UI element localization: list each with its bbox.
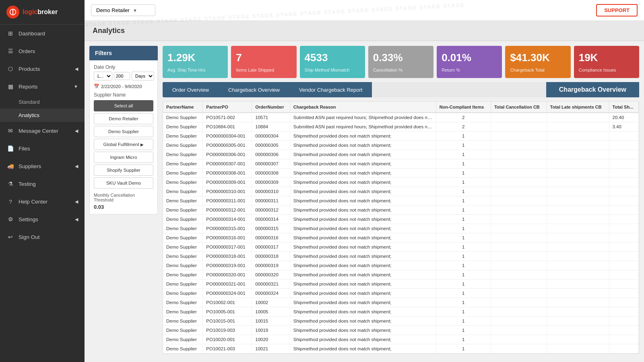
- logo[interactable]: logicbroker: [0, 0, 85, 25]
- truck-icon: 🚚: [6, 162, 14, 170]
- table-row[interactable]: Demo Supplier PO000000318-001 000000318 …: [163, 252, 639, 261]
- sidebar-item-dashboard[interactable]: ⊞ Dashboard: [0, 25, 85, 42]
- cell-non-compliant: 1: [436, 187, 491, 196]
- sidebar-item-reports[interactable]: ▦ Reports ▼: [0, 78, 85, 95]
- table-row[interactable]: Demo Supplier PO10002-001 10002 Shipmeth…: [163, 298, 639, 307]
- table-row[interactable]: Demo Supplier PO000000315-001 000000315 …: [163, 224, 639, 233]
- sidebar-item-sign-out[interactable]: ↩ Sign Out: [0, 228, 85, 246]
- supplier-shopify-button[interactable]: Shopify Supplier: [94, 165, 153, 176]
- filter-range-select[interactable]: L...: [94, 72, 112, 80]
- days-input[interactable]: [114, 72, 130, 80]
- cell-non-compliant: 1: [436, 178, 491, 187]
- table-row[interactable]: Demo Supplier PO000000324-001 000000324 …: [163, 289, 639, 298]
- table-row[interactable]: Demo Supplier PO000000305-001 000000305 …: [163, 141, 639, 150]
- chevron-down-icon: ▼: [133, 8, 137, 13]
- cell-cancel-cb: [491, 196, 547, 206]
- table-row[interactable]: Demo Supplier PO10019-003 10019 Shipmeth…: [163, 326, 639, 335]
- cell-cancel-cb: [491, 280, 547, 289]
- kpi-compliance: 19K Compliance Issues: [574, 46, 639, 78]
- table-row[interactable]: Demo Supplier PO000000310-001 000000310 …: [163, 187, 639, 196]
- table-row[interactable]: Demo Supplier PO10015-001 10015 Shipmeth…: [163, 317, 639, 326]
- days-unit-select[interactable]: Days: [132, 72, 154, 80]
- retailer-selector[interactable]: Demo Retailer ▼: [91, 4, 155, 16]
- tab-order-overview[interactable]: Order Overview: [163, 82, 219, 97]
- cell-cancel-cb: [491, 261, 547, 270]
- supplier-ingram-micro-button[interactable]: Ingram Micro: [94, 152, 153, 163]
- cell-late-cb: [547, 298, 609, 307]
- cell-order: 000000316: [252, 233, 290, 243]
- cell-partner: Demo Supplier: [163, 270, 203, 280]
- kpi-label: Ship Method Mismatch: [305, 68, 360, 72]
- table-row[interactable]: Demo Supplier PO000000307-001 000000307 …: [163, 159, 639, 169]
- sidebar-item-settings[interactable]: ⚙ Settings ◀: [0, 210, 85, 228]
- chevron-left-icon: ◀: [75, 164, 78, 169]
- table-row[interactable]: Demo Supplier PO10884-001 10884 Submitte…: [163, 122, 639, 132]
- cell-non-compliant: 1: [436, 196, 491, 206]
- sidebar-item-standard[interactable]: Standard: [0, 95, 85, 109]
- cell-po: PO000000318-001: [203, 252, 252, 261]
- cell-reason: Shipmethod provided does not match shipm…: [290, 280, 436, 289]
- sidebar-item-help-center[interactable]: ? Help Center ◀: [0, 193, 85, 210]
- table-row[interactable]: Demo Supplier PO10571-002 10571 Submitte…: [163, 113, 639, 122]
- sidebar-item-label: Files: [19, 146, 30, 152]
- supplier-demo-supplier-button[interactable]: Demo Supplier: [94, 126, 153, 137]
- cell-partner: Demo Supplier: [163, 122, 203, 132]
- page-title: Analytics: [93, 27, 636, 35]
- cell-late-cb: [547, 243, 609, 252]
- table-row[interactable]: Demo Supplier PO000000311-001 000000311 …: [163, 196, 639, 206]
- cell-cancel-cb: [491, 206, 547, 215]
- cell-po: PO000000316-001: [203, 233, 252, 243]
- table-row[interactable]: Demo Supplier PO000000309-001 000000309 …: [163, 178, 639, 187]
- supplier-demo-retailer-button[interactable]: Demo Retailer: [94, 113, 153, 124]
- sidebar-item-analytics[interactable]: Analytics: [0, 109, 85, 122]
- sidebar-item-suppliers[interactable]: 🚚 Suppliers ◀: [0, 157, 85, 175]
- cell-late-cb: [547, 122, 609, 132]
- supplier-sku-vault-button[interactable]: SKU Vault Demo: [94, 177, 153, 189]
- cell-non-compliant: 1: [436, 261, 491, 270]
- flask-icon: ⚗: [6, 180, 14, 188]
- kpi-cancellation: 0.33% Cancellation %: [368, 46, 433, 78]
- table-row[interactable]: Demo Supplier PO000000312-001 000000312 …: [163, 206, 639, 215]
- tab-vendor-chargeback-report[interactable]: Vendor Chargeback Report: [289, 82, 372, 97]
- cell-non-compliant: 1: [436, 169, 491, 178]
- table-row[interactable]: Demo Supplier PO000000316-001 000000316 …: [163, 233, 639, 243]
- cell-non-compliant: 2: [436, 122, 491, 132]
- table-row[interactable]: Demo Supplier PO000000320-001 000000320 …: [163, 270, 639, 280]
- table-row[interactable]: Demo Supplier PO000000308-001 000000308 …: [163, 169, 639, 178]
- sidebar-item-testing[interactable]: ⚗ Testing: [0, 175, 85, 193]
- sidebar-item-orders[interactable]: ☰ Orders: [0, 42, 85, 60]
- cell-reason: Shipmethod provided does not match shipm…: [290, 233, 436, 243]
- table-row[interactable]: Demo Supplier PO000000314-001 000000314 …: [163, 215, 639, 224]
- threshold-value: 0.03: [94, 204, 153, 210]
- cell-partner: Demo Supplier: [163, 261, 203, 270]
- cell-cancel-cb: [491, 132, 547, 141]
- table-row[interactable]: Demo Supplier PO10020-001 10020 Shipmeth…: [163, 335, 639, 344]
- cell-po: PO000000304-001: [203, 132, 252, 141]
- cell-total: [609, 280, 638, 289]
- cell-partner: Demo Supplier: [163, 289, 203, 298]
- list-icon: ☰: [6, 47, 14, 55]
- chargeback-table-container[interactable]: PartnerName PartnerPO OrderNumber Charge…: [163, 101, 639, 354]
- cell-partner: Demo Supplier: [163, 113, 203, 122]
- support-button[interactable]: SUPPORT: [596, 4, 638, 16]
- sidebar-item-message-center[interactable]: ✉ Message Center ◀: [0, 122, 85, 140]
- cell-po: PO10005-001: [203, 307, 252, 317]
- table-row[interactable]: Demo Supplier PO000000317-001 000000317 …: [163, 243, 639, 252]
- cell-order: 000000309: [252, 178, 290, 187]
- tab-chargeback-overview[interactable]: Chargeback Overview: [219, 82, 289, 97]
- sidebar-item-files[interactable]: 📄 Files: [0, 140, 85, 157]
- chevron-right-icon: ▶: [140, 142, 144, 147]
- table-row[interactable]: Demo Supplier PO000000306-001 000000306 …: [163, 150, 639, 159]
- table-row[interactable]: Demo Supplier PO10005-001 10005 Shipmeth…: [163, 307, 639, 317]
- col-non-compliant: Non-Compliant Items: [436, 102, 491, 113]
- kpi-avg-ship-time: 1.29K Avg. Ship Time Hrs: [163, 46, 228, 78]
- supplier-global-fulfillment-button[interactable]: Global Fulfillment ▶: [94, 139, 153, 150]
- table-row[interactable]: Demo Supplier PO10021-003 10021 Shipmeth…: [163, 344, 639, 354]
- sidebar-item-label: Suppliers: [19, 163, 41, 169]
- sidebar: logicbroker ⊞ Dashboard ☰ Orders ⬡ Produ…: [0, 0, 85, 362]
- supplier-select-all-button[interactable]: Select all: [94, 100, 153, 111]
- table-row[interactable]: Demo Supplier PO000000304-001 000000304 …: [163, 132, 639, 141]
- table-row[interactable]: Demo Supplier PO000000321-001 000000321 …: [163, 280, 639, 289]
- table-row[interactable]: Demo Supplier PO000000319-001 000000319 …: [163, 261, 639, 270]
- sidebar-item-products[interactable]: ⬡ Products ◀: [0, 60, 85, 78]
